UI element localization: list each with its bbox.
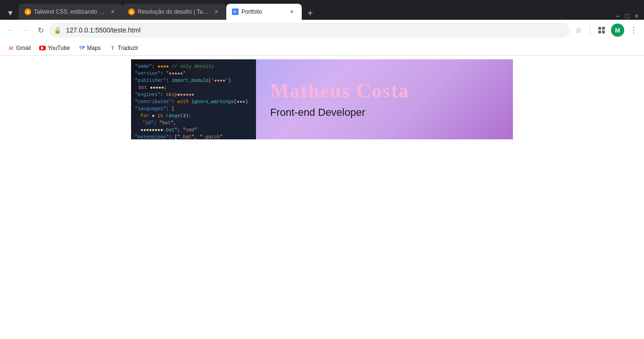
svg-rect-3 bbox=[602, 31, 605, 33]
tab-2-title: Resolução do desafio | Tailwin bbox=[138, 8, 209, 15]
portfolio-card: "name": ●●●● // only density "version": … bbox=[131, 59, 513, 139]
toolbar-right: ☆ M ⋮ bbox=[572, 24, 640, 37]
profile-avatar[interactable]: M bbox=[611, 24, 624, 37]
lock-icon: 🔒 bbox=[54, 27, 61, 34]
bookmark-maps-label: Maps bbox=[87, 45, 101, 51]
svg-rect-2 bbox=[598, 31, 601, 33]
page-content: "name": ●●●● // only density "version": … bbox=[0, 56, 644, 339]
window-close-button[interactable]: × bbox=[633, 12, 640, 20]
gmail-icon: M bbox=[8, 45, 14, 51]
extensions-button[interactable] bbox=[595, 24, 608, 37]
address-bar[interactable]: 🔒 127.0.0.1:5500/teste.html bbox=[49, 23, 570, 38]
maps-icon: 🗺 bbox=[79, 45, 85, 51]
tab-3-title: Portfolio bbox=[241, 8, 285, 15]
reload-button[interactable]: ↻ bbox=[34, 24, 47, 37]
tab-3[interactable]: P Portfolio × bbox=[226, 4, 302, 20]
bookmark-translate[interactable]: T Traduzir bbox=[106, 43, 142, 53]
back-button[interactable]: ← bbox=[4, 24, 17, 37]
window-controls: − □ × bbox=[614, 12, 644, 20]
bookmark-gmail-label: Gmail bbox=[16, 45, 31, 51]
tab-1[interactable]: a Tailwind CSS: estilizando a sua × bbox=[19, 4, 123, 20]
youtube-icon bbox=[39, 45, 46, 51]
developer-name: Matheus Costa bbox=[270, 80, 499, 102]
bookmark-youtube-label: YouTube bbox=[48, 45, 70, 51]
forward-button[interactable]: → bbox=[19, 24, 32, 37]
tab-3-close[interactable]: × bbox=[288, 8, 296, 16]
tabs-container: a Tailwind CSS: estilizando a sua × a Re… bbox=[19, 4, 614, 20]
tab-2-favicon: a bbox=[128, 8, 135, 15]
browser-chrome: ▼ a Tailwind CSS: estilizando a sua × a … bbox=[0, 0, 644, 56]
tab-bar: ▼ a Tailwind CSS: estilizando a sua × a … bbox=[0, 0, 644, 20]
tab-2-close[interactable]: × bbox=[212, 8, 221, 16]
restore-button[interactable]: □ bbox=[623, 12, 631, 20]
menu-button[interactable]: ⋮ bbox=[627, 24, 640, 37]
address-bar-row: ← → ↻ 🔒 127.0.0.1:5500/teste.html ☆ M ⋮ bbox=[0, 20, 644, 40]
minimize-button[interactable]: − bbox=[614, 12, 621, 20]
tab-1-favicon: a bbox=[25, 8, 31, 15]
new-tab-button[interactable]: + bbox=[304, 7, 317, 20]
address-text: 127.0.0.1:5500/teste.html bbox=[66, 26, 140, 34]
tab-1-title: Tailwind CSS: estilizando a sua bbox=[34, 8, 106, 15]
bookmarks-bar: M Gmail YouTube 🗺 Maps T Traduzir bbox=[0, 40, 644, 56]
bookmark-gmail[interactable]: M Gmail bbox=[4, 43, 34, 53]
developer-title: Front-end Developer bbox=[270, 106, 499, 119]
tab-bar-left: ▼ bbox=[0, 7, 19, 20]
bookmark-button[interactable]: ☆ bbox=[572, 24, 585, 37]
bookmark-translate-label: Traduzir bbox=[118, 45, 139, 51]
tab-1-close[interactable]: × bbox=[108, 8, 117, 16]
tab-3-favicon: P bbox=[232, 8, 239, 15]
divider bbox=[590, 25, 590, 35]
bookmark-maps[interactable]: 🗺 Maps bbox=[75, 43, 105, 53]
bookmark-youtube[interactable]: YouTube bbox=[35, 43, 74, 53]
svg-rect-1 bbox=[602, 27, 605, 30]
tab-2[interactable]: a Resolução do desafio | Tailwin × bbox=[123, 4, 226, 20]
svg-rect-0 bbox=[598, 27, 601, 30]
name-section: Matheus Costa Front-end Developer bbox=[256, 59, 513, 139]
code-screenshot: "name": ●●●● // only density "version": … bbox=[131, 59, 256, 139]
tab-overflow-button[interactable]: ▼ bbox=[4, 7, 17, 20]
translate-icon: T bbox=[109, 45, 116, 51]
